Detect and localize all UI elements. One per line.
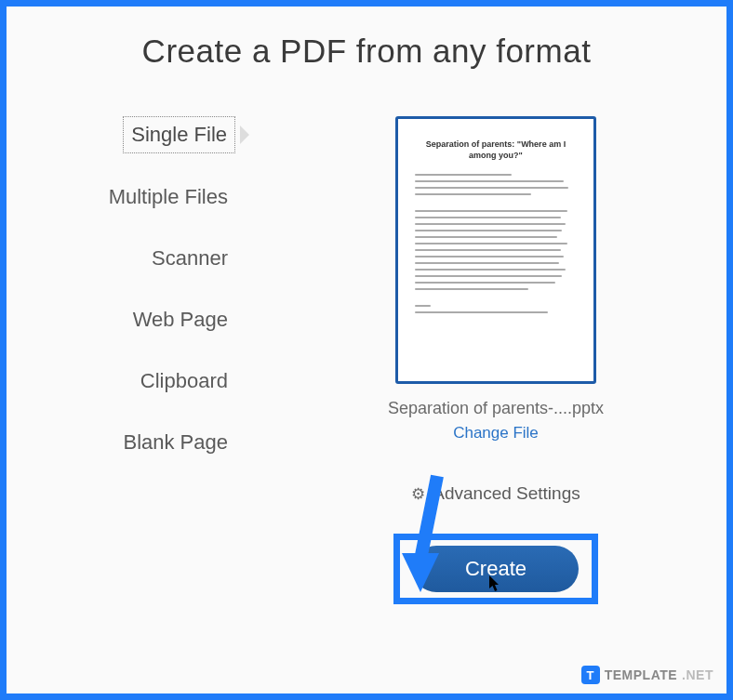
doc-thumbnail-title: Separation of parents: "Where am I among… — [415, 139, 577, 161]
watermark: T TEMPLATE.NET — [581, 666, 713, 684]
sidebar-item-blank-page[interactable]: Blank Page — [115, 425, 235, 460]
create-button[interactable]: Create — [413, 546, 579, 592]
sidebar-item-single-file[interactable]: Single File — [123, 116, 235, 153]
sidebar-item-web-page[interactable]: Web Page — [126, 302, 235, 337]
doc-thumbnail-body — [415, 174, 577, 368]
advanced-settings-label: Advanced Settings — [433, 483, 580, 504]
dialog-frame: Create a PDF from any format Single File… — [0, 0, 733, 700]
change-file-link[interactable]: Change File — [453, 424, 539, 442]
source-type-sidebar: Single File Multiple Files Scanner Web P… — [70, 116, 254, 604]
cursor-icon — [489, 575, 502, 596]
sidebar-item-scanner[interactable]: Scanner — [144, 241, 235, 276]
watermark-domain: .NET — [682, 667, 713, 682]
watermark-brand: TEMPLATE — [605, 667, 677, 682]
sidebar-item-multiple-files[interactable]: Multiple Files — [101, 179, 235, 215]
sidebar-item-clipboard[interactable]: Clipboard — [133, 363, 235, 399]
create-button-highlight: Create — [393, 534, 598, 604]
content-area: Single File Multiple Files Scanner Web P… — [7, 116, 726, 604]
selected-filename: Separation of parents-....pptx — [388, 399, 604, 418]
page-title: Create a PDF from any format — [7, 33, 726, 70]
preview-area: Separation of parents: "Where am I among… — [254, 116, 726, 604]
watermark-badge: T — [581, 666, 600, 684]
document-thumbnail[interactable]: Separation of parents: "Where am I among… — [395, 116, 596, 384]
advanced-settings-link[interactable]: ⚙ Advanced Settings — [411, 483, 580, 504]
gear-icon: ⚙ — [411, 484, 425, 504]
